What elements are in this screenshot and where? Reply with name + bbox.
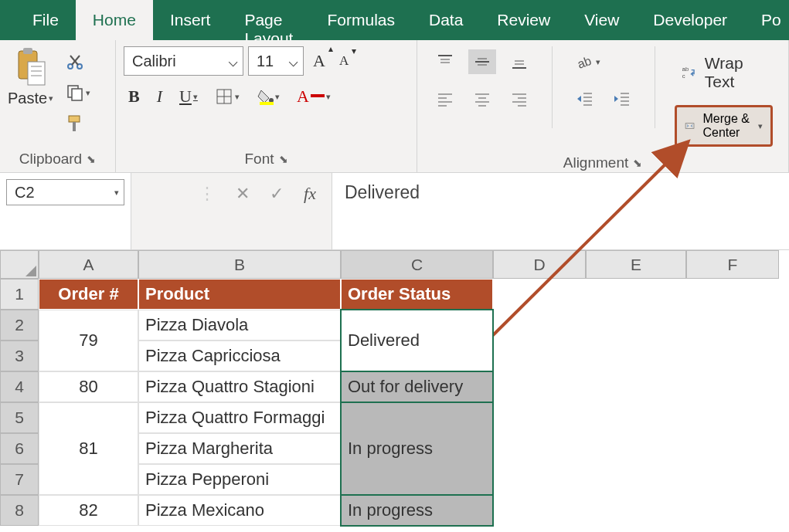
- tab-page-layout[interactable]: Page Layout: [227, 0, 310, 40]
- row-header[interactable]: 4: [0, 371, 39, 402]
- row-header[interactable]: 6: [0, 433, 39, 464]
- svg-text:ab: ab: [682, 66, 689, 73]
- tab-insert[interactable]: Insert: [153, 0, 228, 40]
- decrease-font-button[interactable]: A▾: [335, 50, 353, 72]
- tab-file[interactable]: File: [15, 0, 76, 40]
- font-group-label: Font: [244, 151, 274, 168]
- tab-home[interactable]: Home: [76, 0, 153, 40]
- tab-developer[interactable]: Developer: [636, 0, 744, 40]
- align-bottom-button[interactable]: [505, 49, 533, 74]
- align-left-button[interactable]: [431, 86, 459, 111]
- orientation-button[interactable]: ab▾: [571, 49, 605, 74]
- svg-rect-50: [685, 124, 694, 129]
- increase-indent-button[interactable]: [608, 86, 636, 111]
- bold-button[interactable]: B: [124, 83, 145, 110]
- tab-review[interactable]: Review: [480, 0, 567, 40]
- font-name-combo[interactable]: Calibri⌵: [124, 46, 243, 76]
- row-header[interactable]: 7: [0, 464, 39, 495]
- data-cell[interactable]: Pizza Diavola: [138, 310, 341, 341]
- italic-button[interactable]: I: [152, 83, 167, 110]
- svg-rect-11: [72, 89, 82, 100]
- data-cell[interactable]: 81: [39, 402, 138, 495]
- paste-button[interactable]: Paste ▾: [8, 90, 53, 107]
- svg-line-9: [70, 56, 78, 65]
- row-header[interactable]: 5: [0, 402, 39, 433]
- svg-line-8: [72, 56, 80, 65]
- svg-rect-12: [69, 116, 80, 122]
- underline-button[interactable]: U ▾: [175, 83, 202, 110]
- data-cell[interactable]: Out for delivery: [341, 371, 493, 402]
- data-cell[interactable]: In progress: [341, 495, 493, 526]
- tab-data[interactable]: Data: [412, 0, 480, 40]
- chevron-down-icon: ⌵: [228, 51, 238, 71]
- merge-center-button[interactable]: Merge & Center ▾: [675, 105, 773, 147]
- row-header[interactable]: 8: [0, 495, 39, 526]
- name-box[interactable]: C2▾: [6, 179, 124, 205]
- col-header-f[interactable]: F: [686, 250, 779, 279]
- header-cell[interactable]: Product: [138, 279, 341, 310]
- align-right-button[interactable]: [505, 86, 533, 111]
- dialog-launcher-icon[interactable]: ⬊: [279, 153, 288, 165]
- data-cell[interactable]: 80: [39, 371, 138, 402]
- svg-text:c: c: [682, 73, 685, 80]
- svg-text:ab: ab: [576, 54, 593, 71]
- cancel-icon[interactable]: ✕: [236, 184, 250, 204]
- alignment-group-label: Alignment: [563, 154, 629, 171]
- ribbon-tabs: File Home Insert Page Layout Formulas Da…: [0, 0, 789, 40]
- dialog-launcher-icon[interactable]: ⬊: [633, 157, 642, 169]
- data-cell[interactable]: Pizza Pepperoni: [138, 464, 341, 495]
- dialog-launcher-icon[interactable]: ⬊: [87, 153, 96, 165]
- selected-cell[interactable]: Delivered: [341, 310, 493, 371]
- borders-button[interactable]: ▾: [210, 84, 244, 109]
- copy-button[interactable]: ▾: [61, 80, 95, 105]
- data-cell[interactable]: Pizza Capricciosa: [138, 341, 341, 371]
- data-cell[interactable]: Pizza Mexicano: [138, 495, 341, 526]
- header-cell[interactable]: Order #: [39, 279, 138, 310]
- data-cell[interactable]: Pizza Quattro Formaggi: [138, 402, 341, 433]
- row-header[interactable]: 1: [0, 279, 39, 310]
- col-header-e[interactable]: E: [586, 250, 686, 279]
- decrease-indent-button[interactable]: [571, 86, 599, 111]
- data-cell[interactable]: 82: [39, 495, 138, 526]
- cut-button[interactable]: [61, 49, 95, 74]
- select-all-corner[interactable]: [0, 250, 39, 279]
- col-header-a[interactable]: A: [39, 250, 138, 279]
- row-header[interactable]: 3: [0, 341, 39, 371]
- chevron-down-icon: ▾: [49, 93, 53, 103]
- data-cell[interactable]: 79: [39, 310, 138, 371]
- data-cell[interactable]: Pizza Quattro Stagioni: [138, 371, 341, 402]
- col-header-c[interactable]: C: [341, 250, 493, 279]
- enter-icon[interactable]: ✓: [270, 184, 284, 204]
- fx-icon[interactable]: fx: [304, 184, 316, 204]
- align-middle-button[interactable]: [468, 49, 496, 74]
- chevron-down-icon: ▾: [758, 121, 763, 131]
- ribbon: Paste ▾ ▾ Clipboard ⬊ Calibri⌵ 11⌵ A▴ A▾…: [0, 40, 789, 173]
- font-color-button[interactable]: A▾: [292, 83, 335, 110]
- tab-more[interactable]: Po: [744, 0, 789, 40]
- tab-formulas[interactable]: Formulas: [310, 0, 412, 40]
- align-center-button[interactable]: [468, 86, 496, 111]
- formula-input[interactable]: Delivered: [332, 173, 789, 249]
- increase-font-button[interactable]: A▴: [308, 48, 330, 74]
- formula-bar: C2▾ ⋮ ✕ ✓ fx Delivered: [0, 173, 789, 250]
- header-cell[interactable]: Order Status: [341, 279, 493, 310]
- row-header[interactable]: 2: [0, 310, 39, 341]
- svg-rect-2: [28, 62, 45, 85]
- chevron-down-icon: ▾: [114, 188, 119, 198]
- data-cell[interactable]: Pizza Margherita: [138, 433, 341, 464]
- paste-icon[interactable]: [14, 48, 48, 88]
- col-header-d[interactable]: D: [493, 250, 586, 279]
- col-header-b[interactable]: B: [138, 250, 341, 279]
- dots-icon: ⋮: [199, 184, 216, 204]
- svg-rect-13: [73, 122, 76, 131]
- font-size-combo[interactable]: 11⌵: [248, 46, 304, 76]
- format-painter-button[interactable]: [61, 111, 95, 136]
- align-top-button[interactable]: [431, 49, 459, 74]
- fill-color-button[interactable]: ▾: [252, 84, 284, 109]
- spreadsheet-grid[interactable]: A B C D E F 1 Order # Product Order Stat…: [0, 250, 789, 526]
- wrap-text-button[interactable]: abc Wrap Text: [675, 51, 773, 94]
- chevron-down-icon: ⌵: [288, 51, 298, 71]
- tab-view[interactable]: View: [567, 0, 636, 40]
- clipboard-group-label: Clipboard: [19, 151, 82, 168]
- data-cell[interactable]: In progress: [341, 402, 493, 495]
